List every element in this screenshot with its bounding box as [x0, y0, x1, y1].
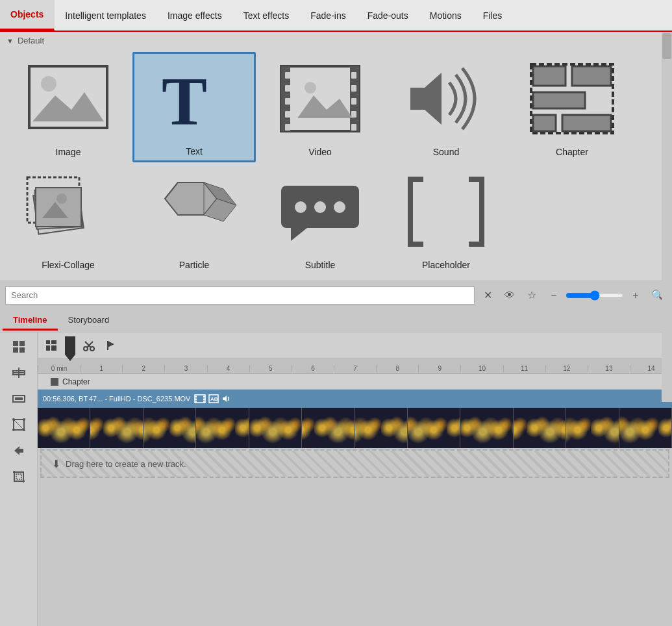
tool-grid[interactable]: [42, 336, 61, 355]
svg-rect-13: [351, 85, 356, 92]
object-video[interactable]: Video: [258, 52, 382, 162]
chapter-label: Chapter: [556, 147, 588, 157]
timeline-sidebar: [0, 332, 38, 626]
object-chapter[interactable]: Chapter: [510, 52, 634, 162]
subtitle-icon: [278, 166, 362, 257]
timeline-ruler: 0 min 1 2 3 4 5 6 7 8 9 10 11 12 13 14: [38, 358, 672, 374]
svg-marker-19: [410, 73, 442, 125]
tool-flag[interactable]: [101, 336, 121, 355]
svg-point-55: [12, 429, 15, 431]
svg-point-53: [12, 418, 15, 421]
drag-label: Drag here to create a new track.: [66, 459, 186, 469]
ruler-mark-8: 8: [376, 365, 418, 372]
ruler-mark-3: 3: [164, 365, 206, 372]
chapter-bar-label: Chapter: [62, 377, 90, 386]
svg-point-38: [295, 201, 306, 213]
thumb-4: [196, 408, 249, 448]
svg-rect-74: [195, 401, 197, 403]
svg-rect-76: [203, 399, 205, 400]
svg-marker-41: [291, 228, 307, 241]
svg-text:T: T: [162, 64, 207, 134]
svg-rect-4: [281, 66, 359, 131]
object-text[interactable]: T Text: [132, 52, 256, 162]
nav-fade-ins[interactable]: Fade-ins: [300, 0, 356, 31]
search-clear-button[interactable]: ✕: [479, 286, 497, 305]
svg-rect-72: [195, 396, 197, 397]
svg-rect-58: [16, 474, 21, 479]
tab-timeline[interactable]: Timeline: [3, 311, 58, 331]
sidebar-add-track-icon[interactable]: [7, 361, 31, 384]
object-sound[interactable]: Sound: [384, 52, 508, 162]
search-input[interactable]: [5, 286, 475, 305]
sidebar-resize-icon[interactable]: [7, 387, 31, 410]
nav-image-effects[interactable]: Image effects: [157, 0, 233, 31]
svg-rect-10: [285, 111, 290, 118]
svg-rect-60: [51, 340, 56, 344]
drag-new-track-area[interactable]: ⬇ Drag here to create a new track.: [40, 449, 669, 478]
svg-marker-57: [14, 446, 23, 455]
ruler-mark-7: 7: [334, 365, 376, 372]
nav-files[interactable]: Files: [473, 0, 514, 31]
object-subtitle[interactable]: Subtitle: [258, 165, 382, 275]
object-flexi-collage[interactable]: Flexi-Collage: [6, 165, 130, 275]
sidebar-crop-icon[interactable]: [7, 465, 31, 488]
subtitle-label: Subtitle: [305, 260, 336, 270]
zoom-in-button[interactable]: +: [627, 286, 645, 305]
svg-rect-59: [46, 340, 50, 344]
text-icon: T: [152, 54, 236, 144]
svg-point-54: [23, 418, 25, 421]
video-track-thumbnails: [38, 408, 672, 448]
svg-rect-42: [13, 341, 18, 346]
tool-scissors[interactable]: [79, 336, 99, 355]
svg-rect-7: [285, 72, 290, 79]
section-title: Default: [18, 36, 44, 45]
svg-rect-15: [351, 111, 356, 118]
svg-rect-20: [533, 66, 566, 86]
thumb-5: [249, 408, 302, 448]
ruler-mark-13: 13: [588, 365, 630, 372]
sidebar-transform-icon[interactable]: [7, 413, 31, 436]
nav-objects[interactable]: Objects: [0, 0, 55, 31]
collapse-arrow[interactable]: ▼: [6, 37, 14, 45]
object-image[interactable]: Image: [6, 52, 130, 162]
scrollbar-thumb[interactable]: [662, 33, 671, 59]
svg-marker-67: [108, 341, 114, 347]
svg-point-40: [334, 201, 345, 213]
vertical-scrollbar[interactable]: [662, 32, 672, 402]
tab-storyboard[interactable]: Storyboard: [58, 311, 120, 331]
svg-marker-2: [32, 92, 104, 121]
placeholder-label: Placeholder: [422, 260, 470, 270]
svg-rect-75: [203, 396, 205, 397]
zoom-out-button[interactable]: −: [545, 286, 563, 305]
top-navigation: Objects Intelligent templates Image effe…: [0, 0, 672, 32]
search-visibility-button[interactable]: 👁: [501, 286, 519, 305]
video-track: 00:56.306, BT.47... - FullHD - DSC_6235.…: [38, 390, 672, 448]
chapter-icon: [530, 53, 614, 144]
nav-intelligent-templates[interactable]: Intelligent templates: [55, 0, 157, 31]
section-header: ▼ Default: [0, 32, 672, 49]
zoom-slider[interactable]: [566, 290, 624, 301]
timeline-content: Chapter 00:56.306, BT.47... - FullHD - D…: [38, 374, 672, 626]
audio-icon: [221, 394, 233, 403]
nav-motions[interactable]: Motions: [419, 0, 473, 31]
svg-rect-62: [51, 345, 56, 351]
playhead[interactable]: [65, 336, 75, 355]
svg-rect-44: [13, 347, 18, 353]
thumb-11: [566, 408, 619, 448]
ruler-mark-1: 1: [80, 365, 122, 372]
zoom-controls: − +: [545, 286, 645, 305]
particle-icon: [152, 166, 236, 257]
ruler-mark-5: 5: [249, 365, 292, 372]
sidebar-arrow-icon[interactable]: [7, 439, 31, 462]
chapter-bar-icon: [51, 378, 58, 386]
object-placeholder[interactable]: Placeholder: [384, 165, 508, 275]
search-favorites-button[interactable]: ☆: [523, 286, 541, 305]
nav-fade-outs[interactable]: Fade-outs: [357, 0, 419, 31]
timeline-toolbar: [38, 332, 672, 358]
nav-text-effects[interactable]: Text effects: [233, 0, 301, 31]
sidebar-grid-icon[interactable]: [7, 335, 31, 358]
thumb-2: [90, 408, 143, 448]
thumb-6: [302, 408, 355, 448]
object-particle[interactable]: Particle: [132, 165, 256, 275]
thumb-7: [355, 408, 408, 448]
